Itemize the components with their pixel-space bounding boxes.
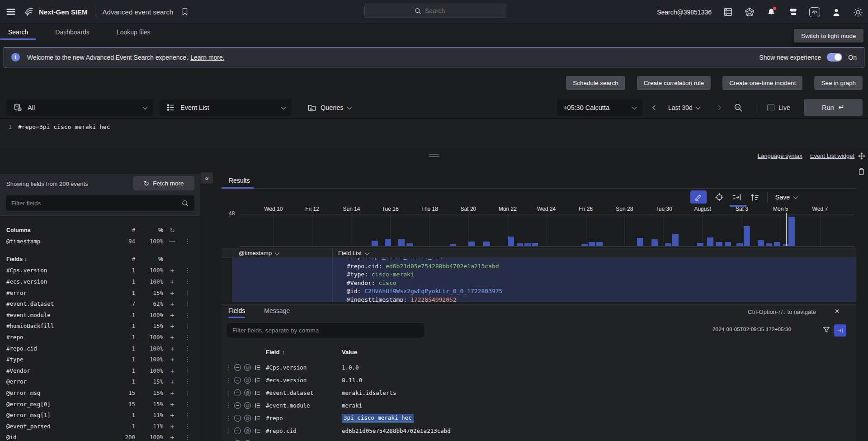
histogram-bar[interactable] xyxy=(707,237,713,246)
histogram-bar[interactable] xyxy=(524,243,531,246)
table-row[interactable]: ⋮ @ #type cisco-meraki xyxy=(222,437,856,441)
add-column-icon[interactable]: + xyxy=(163,389,181,397)
remove-column-icon[interactable]: — xyxy=(163,238,181,245)
filter-fields-input[interactable] xyxy=(11,200,181,207)
event-histogram[interactable]: 48 Wed 10Fri 12Sun 14Tue 16Thu 18Sat 20M… xyxy=(222,205,854,247)
row-menu-icon[interactable]: ⋮ xyxy=(181,289,194,296)
close-icon[interactable]: × xyxy=(835,306,840,316)
field-row[interactable]: #type 1 100% + ⋮ xyxy=(0,354,200,365)
query-text[interactable]: #repo=3pi_cisco_meraki_hec xyxy=(18,123,110,130)
field-row[interactable]: @error_msg[0] 15 15% + ⋮ xyxy=(0,398,200,410)
add-column-icon[interactable]: + xyxy=(163,278,181,285)
row-menu-icon[interactable]: ⋮ xyxy=(225,415,234,422)
data-connectors-icon[interactable] xyxy=(722,7,733,18)
row-menu-icon[interactable]: ⋮ xyxy=(181,334,194,341)
table-row[interactable]: ⋮ @ #repo 3pi_cisco_meraki_hec xyxy=(222,412,856,425)
table-row[interactable]: ⋮ @ #event.dataset meraki.idsalerts xyxy=(222,387,856,399)
histogram-bar[interactable] xyxy=(637,238,643,246)
include-filter-icon[interactable]: @ xyxy=(244,389,254,396)
histogram-bar[interactable] xyxy=(406,243,413,246)
add-column-icon[interactable]: + xyxy=(163,378,181,385)
format-field-icon[interactable] xyxy=(254,402,266,409)
add-column-icon[interactable]: + xyxy=(163,322,181,330)
row-menu-icon[interactable]: ⋮ xyxy=(181,300,194,307)
new-experience-toggle[interactable] xyxy=(827,53,842,62)
histogram-bar[interactable] xyxy=(398,239,405,246)
live-checkbox-group[interactable]: Live xyxy=(767,99,790,116)
bookmark-icon[interactable] xyxy=(179,6,190,17)
filter-fields-box[interactable] xyxy=(5,195,195,211)
field-row[interactable]: #error 1 15% + ⋮ xyxy=(0,287,200,299)
field-row[interactable]: @id 200 100% + ⋮ xyxy=(0,432,200,441)
row-menu-icon[interactable]: ⋮ xyxy=(181,278,194,285)
field-row[interactable]: @error 1 15% + ⋮ xyxy=(0,376,200,388)
histogram-bar[interactable] xyxy=(372,241,378,246)
row-menu-icon[interactable]: ⋮ xyxy=(181,378,194,385)
nav-tab[interactable]: Lookup files xyxy=(115,24,152,40)
histogram-bar[interactable] xyxy=(517,243,523,246)
table-row[interactable]: ⋮ @ #ecs.version 8.11.0 xyxy=(222,374,856,387)
tab-results[interactable]: Results xyxy=(229,177,250,184)
format-field-icon[interactable] xyxy=(254,427,266,434)
include-filter-icon[interactable]: @ xyxy=(244,415,254,422)
time-range-selector[interactable]: Last 30d xyxy=(668,99,700,116)
histogram-bar[interactable] xyxy=(716,242,722,246)
row-menu-icon[interactable]: ⋮ xyxy=(181,434,194,441)
global-search-box[interactable] xyxy=(364,4,506,18)
repository-selector[interactable]: All xyxy=(7,99,153,116)
search-input[interactable] xyxy=(425,7,457,14)
histogram-bar[interactable] xyxy=(665,243,671,246)
fetch-more-button[interactable]: ↻ Fetch more xyxy=(133,176,194,190)
annotate-pencil-icon[interactable] xyxy=(690,190,707,204)
exclude-filter-icon[interactable] xyxy=(234,402,244,409)
sort-descending-icon[interactable]: ↓ xyxy=(24,256,27,262)
row-menu-icon[interactable]: ⋮ xyxy=(181,238,194,245)
add-column-icon[interactable]: + xyxy=(163,411,181,419)
row-menu-icon[interactable]: ⋮ xyxy=(225,364,234,371)
api-code-icon[interactable]: </> xyxy=(809,7,820,17)
row-menu-icon[interactable]: ⋮ xyxy=(181,345,194,352)
histogram-bar[interactable] xyxy=(651,239,658,246)
support-chat-icon[interactable] xyxy=(788,7,798,18)
histogram-bar[interactable] xyxy=(766,243,772,246)
inspect-filter-input[interactable] xyxy=(232,327,419,334)
add-column-icon[interactable]: + xyxy=(163,433,181,441)
filter-funnel-icon[interactable] xyxy=(822,325,831,334)
histogram-bar[interactable] xyxy=(774,242,780,246)
histogram-bar[interactable] xyxy=(483,242,490,246)
inspect-tab[interactable]: Fields xyxy=(228,307,245,318)
action-button[interactable]: See in graph xyxy=(814,76,863,90)
event-list-widget-link[interactable]: Event List widget xyxy=(810,152,854,159)
row-menu-icon[interactable]: ⋮ xyxy=(181,312,194,318)
add-column-icon[interactable]: + xyxy=(163,345,181,352)
add-column-icon[interactable]: + xyxy=(163,266,181,274)
histogram-plot[interactable] xyxy=(240,213,854,247)
previous-range-button[interactable] xyxy=(653,99,657,116)
row-menu-icon[interactable]: ⋮ xyxy=(181,389,194,396)
field-row[interactable]: @error_msg 15 15% + ⋮ xyxy=(0,387,200,398)
user-profile-icon[interactable] xyxy=(831,7,842,18)
histogram-bar[interactable] xyxy=(788,217,795,246)
sort-ascending-icon[interactable]: ↑ xyxy=(282,349,285,356)
timestamp-column-menu[interactable]: @timestamp xyxy=(239,250,279,256)
next-range-button[interactable] xyxy=(717,99,720,116)
format-field-icon[interactable] xyxy=(254,364,266,371)
field-row[interactable]: #event.dataset 7 62% + ⋮ xyxy=(0,298,200,309)
row-menu-icon[interactable]: ⋮ xyxy=(225,427,234,434)
theme-sun-icon[interactable] xyxy=(853,7,863,18)
row-menu-icon[interactable]: ⋮ xyxy=(225,402,234,409)
live-checkbox[interactable] xyxy=(767,104,774,111)
exclude-filter-icon[interactable] xyxy=(234,427,244,434)
table-row[interactable]: ⋮ @ #repo.cid ed6b21d05e754288bb4702e1a2… xyxy=(222,425,856,437)
histogram-bar[interactable] xyxy=(589,242,595,246)
histogram-bar[interactable] xyxy=(725,242,731,246)
add-column-icon[interactable]: + xyxy=(163,311,181,319)
marketplace-icon[interactable] xyxy=(744,7,755,18)
add-column-icon[interactable]: + xyxy=(163,400,181,408)
row-menu-icon[interactable]: ⋮ xyxy=(181,367,194,374)
query-editor[interactable]: 1 #repo=3pi_cisco_meraki_hec xyxy=(0,119,868,151)
histogram-bar[interactable] xyxy=(385,239,391,246)
inspect-tab[interactable]: Message xyxy=(264,307,290,318)
save-menu[interactable]: Save xyxy=(775,194,797,201)
goto-selected-event-icon[interactable] xyxy=(834,324,846,337)
